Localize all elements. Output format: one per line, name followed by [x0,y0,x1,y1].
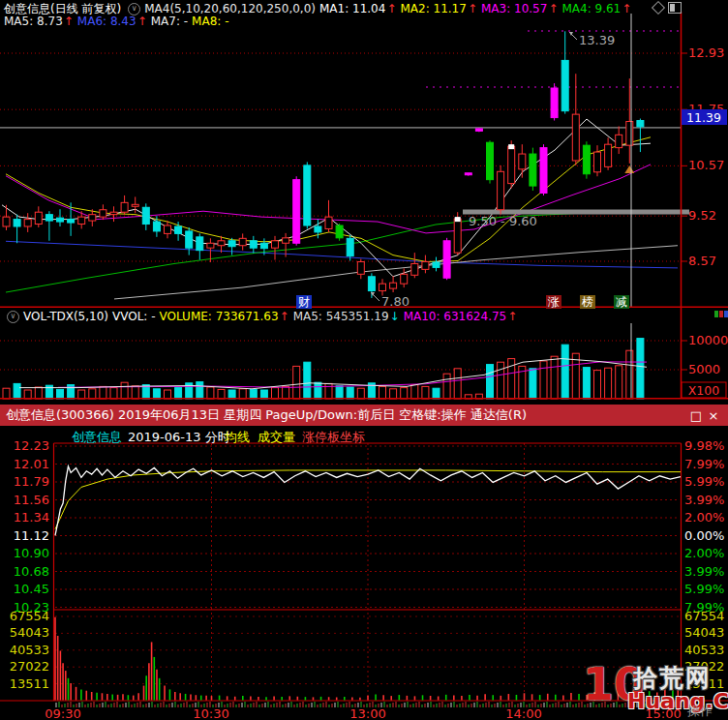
axis-label: 27022 [10,659,49,674]
indicator-value: MA4(5,10,20,60,120,250,0,0) [144,2,316,15]
axis-label: 10.68 [14,564,49,579]
axis-label: 10.90 [14,546,49,560]
axis-label: 5.99% [684,582,724,596]
volume-header: ∨VOL-TDX(5,10)VVOL: -VOLUME: 733671.63↑M… [4,310,521,323]
titlebar-text: 创意信息(300366) 2019年06月13日 星期四 PageUp/Down… [6,406,687,424]
axis-label: 11.79 [14,474,49,489]
indicator-value: VOL-TDX(5,10) [23,310,108,323]
indicator-value: MA10: 631624.75 [404,310,507,323]
close-button[interactable]: × [705,408,722,423]
trend-arrow-icon: ↑ [507,310,517,323]
trend-arrow-icon: ↑ [548,2,558,15]
axis-label: 3.99% [684,493,724,507]
axis-label: 12.93 [688,45,724,60]
axis-label: 5.99% [684,474,724,489]
trend-arrow-icon: ↑ [64,15,74,28]
stock-name-label: 创意信息 [72,429,122,446]
axis-label: 2.00% [684,546,724,560]
limit-coordinate-legend: 涨停板坐标 [302,429,365,446]
mini-green-icon[interactable] [714,311,718,317]
indicator-value: MA5: 8.73 [4,15,63,28]
caozuo-label: 操作 [687,703,713,720]
kline-layers: 12.9311.7510.579.528.5713.399.50 - 9.607… [0,12,728,308]
axis-label: 54043 [684,625,724,640]
indicator-value: 创意信息(日线 前复权) [4,2,121,15]
status-titlebar: 创意信息(300366) 2019年06月13日 星期四 PageUp/Down… [0,405,728,426]
indicator-value: MA6: 8.43 [77,15,136,28]
axis-label: 12.23 [14,438,49,453]
axis-label: 11.12 [14,528,49,543]
finance-badge[interactable]: 财 [296,295,312,309]
indicator-value: MA4: 9.61 [561,2,621,15]
kline-header-row2: MA5: 8.73↑MA6: 8.43↑MA7: -MA8: - [4,15,232,28]
kline-corner-icons [653,2,682,14]
zhang-button[interactable]: 涨 [546,295,561,309]
indicator-value: MA3: 10.57 [481,2,547,15]
axis-label: 10.45 [14,582,49,596]
indicator-value: MA5: 545351.19 [293,310,389,323]
axis-label: 10.57 [688,158,724,172]
axis-label: X100 [688,383,719,398]
axis-label: 40533 [10,643,49,657]
bang-button[interactable]: 榜 [580,295,595,309]
split-window-icon[interactable] [668,2,682,14]
axis-label: 2.00% [684,510,724,525]
axis-label: 0.00% [684,528,724,543]
maximize-button[interactable]: □ [687,408,705,423]
date-mode-label: 2019-06-13 分时 [128,429,230,446]
axis-label: 67554 [684,609,724,623]
price-annotation: 13.39 [579,33,615,47]
collapse-icon[interactable]: ∨ [7,311,19,323]
indicator-value: MA8: - [192,15,228,28]
axis-label: 3.99% [684,564,724,579]
volume-corner-icons [714,311,728,317]
axis-label: 7.99% [684,457,724,471]
mini-red-icon[interactable] [719,311,723,317]
axis-label: 13:00 [349,706,385,720]
axis-label: 40533 [684,643,724,657]
indicator-value: MA1: 11.04 [319,2,385,15]
axis-label: 10:30 [193,706,228,720]
tdx-window: 12.9311.7510.579.528.5713.399.50 - 9.607… [0,0,728,720]
axis-label: 11.56 [14,493,49,507]
axis-label: 11.34 [14,510,49,525]
watermark-domain: Huang.CN [627,691,728,712]
axis-label: 12.01 [14,457,49,471]
indicator-value: MA2: 11.17 [400,2,466,15]
trend-arrow-icon: ↑ [280,310,289,323]
axis-label: 8.57 [688,254,716,268]
candles-layer [3,31,644,298]
axis-label: 09:30 [45,706,80,720]
avg-line-legend: 均线 [225,429,250,446]
axis-label: 13511 [10,676,49,691]
axis-label: 67554 [10,609,49,623]
watermark-site-name: 拾荒网 [633,666,712,690]
trend-arrow-icon: ↑ [622,2,631,15]
kline-chart[interactable]: 12.9311.7510.579.528.5713.399.50 - 9.607… [0,0,728,308]
kline-pane: 12.9311.7510.579.528.5713.399.50 - 9.607… [0,0,728,308]
price-annotation: 7.80 [381,294,410,308]
diamond-icon[interactable] [652,1,665,15]
axis-label: 10000 [688,333,728,347]
trend-arrow-icon: ↑ [386,2,396,15]
price-annotation: 9.50 - 9.60 [469,214,537,228]
indicator-value: MA7: - [151,15,188,28]
mini-blue-icon[interactable] [724,311,728,317]
axis-label: 11.39 [686,110,721,125]
axis-label: 9.52 [688,208,716,223]
indicator-value: VOLUME: 733671.63 [160,310,279,323]
trend-arrow-icon: ↑ [468,2,477,15]
axis-label: 54043 [10,625,49,640]
trend-arrow-icon: ↑ [137,15,147,28]
volume-pane: 100005000X100 ∨VOL-TDX(5,10)VVOL: -VOLUM… [0,308,728,405]
axis-label: 9.98% [684,438,724,453]
axis-label: 5000 [688,362,720,376]
indicator-value: VVOL: - [112,310,156,323]
axis-label: 14:00 [505,706,541,720]
volume-legend: 成交量 [258,429,295,446]
trend-arrow-icon: ↓ [390,310,400,323]
jian-button[interactable]: 减 [614,295,629,309]
